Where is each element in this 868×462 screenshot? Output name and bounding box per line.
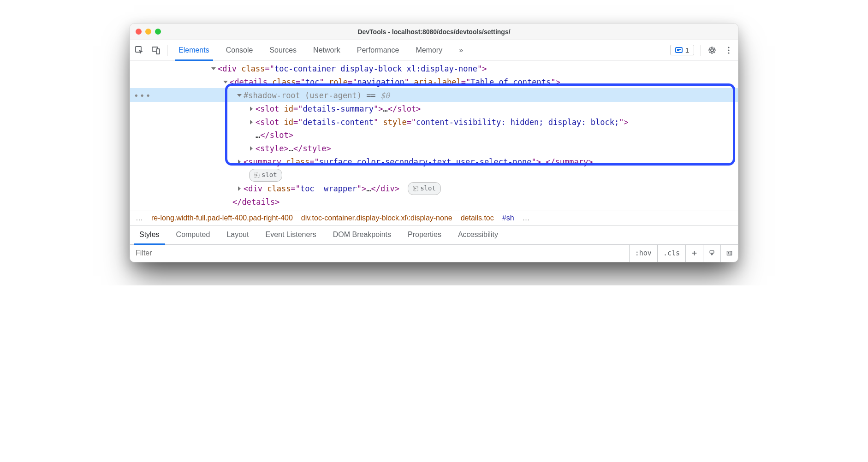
main-toolbar: Elements Console Sources Network Perform… (130, 40, 738, 60)
dom-node-slot-summary[interactable]: <slot id="details-summary">…</slot> (130, 102, 738, 116)
devtools-window: DevTools - localhost:8080/docs/devtools/… (130, 23, 738, 262)
tab-computed[interactable]: Computed (168, 225, 219, 244)
dom-node-slot-content-close[interactable]: …</slot> (130, 129, 738, 142)
expand-icon[interactable] (223, 81, 228, 83)
svg-rect-2 (156, 49, 160, 54)
expand-icon[interactable] (211, 67, 216, 70)
breadcrumb-active[interactable]: #sh (502, 214, 514, 222)
dom-node-summary[interactable]: <summary class="surface color-secondary-… (130, 155, 738, 169)
expand-icon[interactable] (238, 186, 241, 191)
inspect-icon[interactable] (131, 40, 148, 60)
svg-point-6 (728, 47, 729, 48)
paint-brush-icon[interactable] (703, 245, 720, 262)
window-titlebar: DevTools - localhost:8080/docs/devtools/… (130, 24, 738, 40)
svg-rect-14 (727, 251, 731, 255)
svg-rect-3 (676, 47, 682, 53)
kebab-icon[interactable] (720, 40, 737, 60)
tab-memory[interactable]: Memory (407, 40, 451, 60)
slot-badge-row: slot (130, 169, 738, 182)
zoom-icon[interactable] (155, 29, 161, 35)
expand-icon[interactable] (250, 120, 253, 124)
tab-console[interactable]: Console (218, 40, 262, 60)
panel-tabs: Elements Console Sources Network Perform… (170, 40, 471, 60)
svg-point-8 (728, 52, 729, 53)
tab-properties[interactable]: Properties (399, 225, 450, 244)
new-style-rule-icon[interactable] (685, 245, 703, 262)
toolbar-separator (701, 45, 701, 56)
dom-node-slot-content[interactable]: <slot id="details-content" style="conten… (130, 116, 738, 129)
expand-icon[interactable] (250, 146, 253, 151)
tab-dom-breakpoints[interactable]: DOM Breakpoints (325, 225, 399, 244)
gutter-dots[interactable]: ••• (134, 89, 152, 103)
elements-tree[interactable]: ••• <div class="toc-container display-bl… (130, 60, 738, 211)
slot-pill-label: slot (262, 170, 277, 181)
toggle-computed-sidebar-icon[interactable] (720, 245, 738, 262)
crumbs-overflow-right[interactable]: … (523, 214, 530, 222)
tab-sources[interactable]: Sources (261, 40, 305, 60)
tab-network[interactable]: Network (305, 40, 349, 60)
toolbar-separator (167, 45, 167, 56)
crumbs-overflow-left[interactable]: … (136, 214, 143, 222)
dom-node-details-close[interactable]: </details> (130, 195, 738, 209)
tab-styles[interactable]: Styles (131, 225, 168, 244)
dom-node-div[interactable]: <div class="toc-container display-block … (130, 62, 738, 76)
hov-toggle[interactable]: :hov (629, 245, 657, 262)
styles-filter-bar: :hov .cls (130, 244, 738, 262)
dom-node-style[interactable]: <style>…</style> (130, 142, 738, 155)
device-toggle-icon[interactable] (148, 40, 164, 60)
tab-elements[interactable]: Elements (170, 40, 218, 60)
tab-layout[interactable]: Layout (218, 225, 257, 244)
slot-pill-label: slot (420, 183, 436, 194)
breadcrumb[interactable]: details.toc (461, 214, 494, 222)
issues-count: 1 (685, 46, 689, 54)
expand-icon[interactable] (237, 94, 242, 97)
styles-pane-tabs: Styles Computed Layout Event Listeners D… (130, 225, 738, 244)
minimize-icon[interactable] (145, 29, 151, 35)
close-icon[interactable] (136, 29, 142, 35)
breadcrumb[interactable]: re-long.width-full.pad-left-400.pad-righ… (151, 214, 293, 222)
styles-filter-input[interactable] (130, 245, 629, 262)
reveal-slot-pill[interactable]: slot (408, 182, 441, 195)
expand-icon[interactable] (250, 107, 253, 111)
more-tabs-icon[interactable]: » (451, 40, 471, 60)
svg-point-7 (728, 49, 729, 51)
dom-node-details[interactable]: <details class="toc" role="navigation" a… (130, 76, 738, 89)
dom-breadcrumbs[interactable]: … re-long.width-full.pad-left-400.pad-ri… (130, 211, 738, 225)
svg-rect-13 (710, 251, 714, 253)
cls-toggle[interactable]: .cls (657, 245, 685, 262)
traffic-lights (136, 29, 161, 35)
breadcrumb[interactable]: div.toc-container.display-block.xl\:disp… (301, 214, 452, 222)
tab-performance[interactable]: Performance (349, 40, 408, 60)
dom-node-shadow-root[interactable]: #shadow-root (user-agent) == $0 (130, 89, 738, 102)
dom-node-toc-wrapper[interactable]: <div class="toc__wrapper">…</div> slot (130, 182, 738, 195)
reveal-slot-pill[interactable]: slot (249, 169, 282, 182)
issues-button[interactable]: 1 (670, 45, 694, 55)
tab-accessibility[interactable]: Accessibility (450, 225, 506, 244)
expand-icon[interactable] (238, 160, 241, 164)
gear-icon[interactable] (704, 40, 720, 60)
window-title: DevTools - localhost:8080/docs/devtools/… (130, 28, 738, 36)
tab-event-listeners[interactable]: Event Listeners (257, 225, 324, 244)
